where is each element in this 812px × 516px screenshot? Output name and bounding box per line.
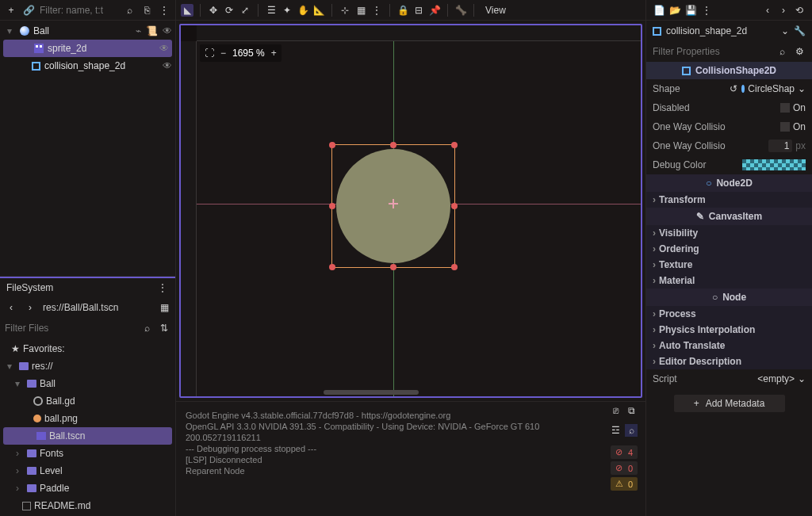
pin-icon[interactable]: 📌 [428,4,441,17]
fs-file-readme[interactable]: README.md [0,497,175,514]
section-material[interactable]: ›Material [646,273,812,289]
section-process[interactable]: ›Process [646,306,812,322]
console-clear-icon[interactable]: ⎚ [609,404,622,417]
add-node-icon[interactable]: + [5,4,17,17]
section-editor-desc[interactable]: ›Editor Description [646,354,812,369]
console-filter-icon[interactable]: ☲ [609,424,622,437]
pan-tool-icon[interactable]: ✋ [297,4,309,17]
zoom-value[interactable]: 1695 % [232,48,265,59]
chevron-down-icon[interactable]: ⌄ [798,83,806,94]
console-text: Godot Engine v4.3.stable.official.77dcf9… [176,402,645,516]
prop-oneway: One Way Collisio On [646,117,812,136]
view-menu[interactable]: View [481,5,511,16]
scrollbar-horizontal[interactable] [324,390,419,395]
grid-icon[interactable]: ▦ [354,4,367,17]
kebab-icon[interactable]: ⋮ [370,4,383,17]
file-icon[interactable]: 📄 [653,4,665,17]
ruler-tool-icon[interactable]: 📐 [312,4,325,17]
console-copy-icon[interactable]: ⧉ [625,404,638,417]
sort-icon[interactable]: ⇅ [158,322,170,334]
scene-item-collision[interactable]: collision_shape_2d 👁 [0,57,175,75]
oneway-checkbox[interactable] [780,122,790,132]
history-fwd-icon[interactable]: › [777,4,790,17]
history-icon[interactable]: ⟲ [793,4,806,17]
section-auto-translate[interactable]: ›Auto Translate [646,338,812,354]
save-icon[interactable]: 💾 [684,4,697,17]
shape-value[interactable]: CircleShap ⌄ [742,83,806,94]
visibility-icon[interactable]: 👁 [159,43,169,54]
kebab-icon[interactable]: ⋮ [156,281,169,294]
bone-icon[interactable]: 🦴 [454,4,467,17]
script-value[interactable]: <empty>⌄ [742,373,806,384]
history-back-icon[interactable]: ‹ [761,4,774,17]
fs-folder-paddle[interactable]: › Paddle [0,480,175,497]
console-search-icon[interactable]: ⌕ [625,424,638,437]
kebab-icon[interactable]: ⋮ [700,4,713,17]
lock-icon[interactable]: 🔒 [396,4,409,17]
section-visibility[interactable]: ›Visibility [646,225,812,241]
prop-shape: Shape ↺ CircleShap ⌄ [646,79,812,98]
signal-icon[interactable]: ⌁ [136,25,141,36]
search-icon[interactable]: ⌕ [123,4,136,17]
fs-file-balltscn[interactable]: Ball.tscn [3,427,172,445]
chevron-down-icon[interactable]: ⌄ [781,25,789,36]
group-icon[interactable]: ⊟ [412,4,425,17]
filesystem-filter-input[interactable] [5,323,136,334]
disabled-checkbox[interactable] [780,103,790,113]
section-physics-interp[interactable]: ›Physics Interpolation [646,322,812,338]
zoom-out-icon[interactable]: − [220,48,226,59]
scene-root-row[interactable]: ▾ Ball ⌁ 📜 👁 [0,22,175,40]
debug-color-swatch[interactable] [742,159,806,170]
visibility-icon[interactable]: 👁 [163,25,172,36]
section-transform[interactable]: ›Transform [646,192,812,208]
select-tool-icon[interactable]: ◣ [181,4,193,17]
scene-tree: ▾ Ball ⌁ 📜 👁 sprite_2d 👁 collision_shape… [0,21,175,76]
snap-tool-icon[interactable]: ✦ [281,4,293,17]
open-icon[interactable]: 📂 [668,4,681,17]
viewport-toolbar: ◣ ✥ ⟳ ⤢ ☰ ✦ ✋ 📐 ⊹ ▦ ⋮ 🔒 ⊟ 📌 🦴 View [176,0,645,21]
script-icon[interactable]: 📜 [146,25,158,36]
section-ordering[interactable]: ›Ordering [646,241,812,257]
inspector-filter-input[interactable] [653,46,771,57]
back-icon[interactable]: ‹ [5,301,17,314]
inspector-node-path[interactable]: collision_shape_2d ⌄ 🔧 [646,21,812,41]
link-icon[interactable]: 🔗 [22,4,35,17]
zoom-fit-icon[interactable]: ⛶ [205,48,214,59]
settings-icon[interactable]: ⚙ [793,45,806,58]
fs-file-ballpng[interactable]: ball.png [0,410,175,427]
section-texture[interactable]: ›Texture [646,257,812,273]
scene-icon [36,432,46,440]
scene-item-sprite2d[interactable]: sprite_2d 👁 [3,40,172,57]
wrench-icon[interactable]: 🔧 [794,25,806,36]
error-badge[interactable]: ⊘4 [611,445,638,459]
error-icon: ⊘ [615,447,622,457]
scene-filter-input[interactable] [40,5,118,16]
search-icon[interactable]: ⌕ [140,322,153,334]
margin-input[interactable]: 1 [768,140,792,152]
view-mode-icon[interactable]: ▦ [158,301,170,314]
fs-file-ballgd[interactable]: Ball.gd [0,392,175,410]
list-tool-icon[interactable]: ☰ [265,4,278,17]
favorites-row: ★ Favorites: [0,340,175,357]
forward-icon[interactable]: › [24,301,36,314]
reset-icon[interactable]: ↺ [730,83,737,94]
scale-tool-icon[interactable]: ⤢ [239,4,251,17]
zoom-in-icon[interactable]: + [271,48,277,59]
fs-folder-level[interactable]: › Level [0,462,175,480]
move-tool-icon[interactable]: ✥ [207,4,220,17]
fs-root-row[interactable]: ▾ res:// [0,357,175,375]
add-metadata-button[interactable]: + Add Metadata [674,395,785,412]
script-add-icon[interactable]: ⎘ [140,4,153,17]
warning-badge[interactable]: ⚠0 [611,477,638,491]
fs-folder-ball[interactable]: ▾ Ball [0,375,175,392]
snap-opts-icon[interactable]: ⊹ [339,4,351,17]
rotate-tool-icon[interactable]: ⟳ [223,4,236,17]
kebab-icon[interactable]: ⋮ [158,4,170,17]
viewport[interactable]: ⛶ − 1695 % + [179,24,642,398]
error-badge-2[interactable]: ⊘0 [611,461,638,475]
warning-icon: ⚠ [615,479,623,489]
search-icon[interactable]: ⌕ [776,45,788,58]
fs-folder-fonts[interactable]: › Fonts [0,445,175,462]
visibility-icon[interactable]: 👁 [163,60,172,71]
star-icon: ★ [11,343,20,354]
